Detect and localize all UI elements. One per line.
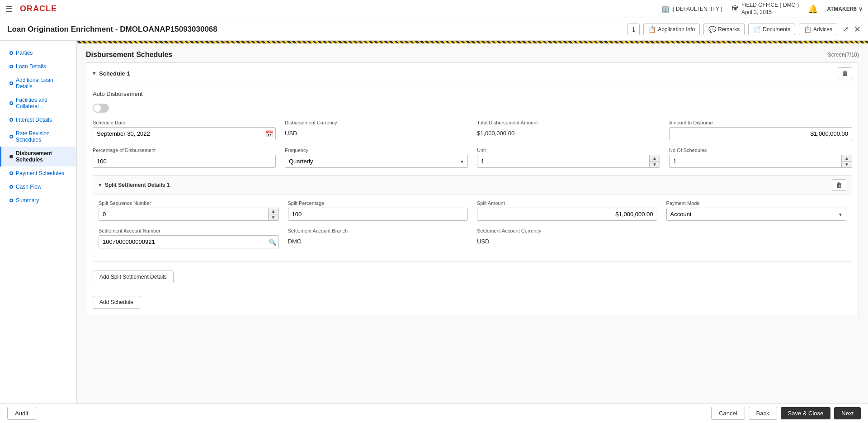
schedule-date-label: Schedule Date bbox=[93, 120, 276, 125]
settlement-account-branch-label: Settlement Account Branch bbox=[288, 228, 468, 233]
no-of-schedules-increment-button[interactable]: ▲ bbox=[842, 155, 852, 161]
unit-input[interactable] bbox=[477, 155, 649, 167]
sidebar-dot bbox=[9, 65, 13, 68]
total-disbursement-amount-label: Total Disbursement Amount bbox=[477, 120, 660, 125]
sidebar-item-interest-details[interactable]: Interest Details bbox=[0, 113, 76, 127]
content-inner: Disbursement Schedules Screen(7/10) ▾ Sc… bbox=[77, 43, 868, 330]
split-row-1: Split Sequence Number ▲ ▼ bbox=[99, 200, 846, 221]
sidebar-dot bbox=[9, 81, 13, 85]
auto-disbursement-toggle-wrap: Auto Disbursement bbox=[93, 90, 852, 97]
split-settlement-label: Split Settlement Details 1 bbox=[105, 182, 170, 188]
schedule-row-1: Schedule Date 📅 Disbursement Currency US… bbox=[93, 120, 852, 140]
frequency-label: Frequency bbox=[285, 147, 468, 153]
schedule-1-delete-button[interactable]: 🗑 bbox=[838, 67, 852, 79]
unit-label: Unit bbox=[477, 147, 660, 153]
no-of-schedules-decrement-button[interactable]: ▼ bbox=[842, 161, 852, 167]
unit-increment-button[interactable]: ▲ bbox=[650, 155, 660, 161]
split-amount-input[interactable] bbox=[477, 208, 657, 221]
search-icon[interactable]: 🔍 bbox=[269, 238, 276, 246]
save-close-button[interactable]: Save & Close bbox=[781, 407, 831, 419]
split-row-2: Settlement Account Number 🔍 Settlement A… bbox=[99, 228, 846, 248]
sidebar-dot bbox=[9, 135, 13, 138]
sidebar-item-facilities-collateral[interactable]: Facilities and Collateral ... bbox=[0, 93, 76, 113]
sidebar: Parties Loan Details Additional Loan Det… bbox=[0, 41, 77, 403]
bell-icon[interactable]: 🔔 bbox=[808, 4, 818, 14]
sidebar-item-parties[interactable]: Parties bbox=[0, 46, 76, 60]
schedule-1-header[interactable]: ▾ Schedule 1 🗑 bbox=[86, 63, 859, 84]
sidebar-item-disbursement-schedules[interactable]: Disbursement Schedules bbox=[0, 147, 76, 166]
payment-mode-select[interactable]: Account CASA GL bbox=[666, 208, 847, 221]
user-menu[interactable]: ATMAKER6 ∨ bbox=[827, 6, 863, 12]
advices-icon: 📋 bbox=[804, 26, 811, 33]
sidebar-dot bbox=[9, 199, 13, 202]
sidebar-item-cash-flow[interactable]: Cash Flow bbox=[0, 180, 76, 194]
sidebar-item-loan-details[interactable]: Loan Details bbox=[0, 60, 76, 73]
split-seq-number-field: Split Sequence Number ▲ ▼ bbox=[99, 200, 279, 221]
info-button[interactable]: ℹ bbox=[627, 24, 640, 35]
documents-button[interactable]: 📄 Documents bbox=[748, 24, 795, 35]
add-split-wrap: Add Split Settlement Details bbox=[93, 267, 852, 283]
split-percentage-input[interactable] bbox=[288, 208, 468, 221]
sidebar-dot bbox=[9, 155, 13, 158]
schedule-1-label: Schedule 1 bbox=[99, 70, 130, 77]
frequency-select-wrap: Daily Weekly Monthly Quarterly Yearly ▼ bbox=[285, 155, 468, 168]
page-header: Loan Origination Enrichment - DMOLOANAP1… bbox=[0, 18, 868, 41]
sidebar-dot bbox=[9, 171, 13, 175]
sidebar-item-label: Loan Details bbox=[16, 63, 46, 70]
audit-button[interactable]: Audit bbox=[7, 407, 36, 420]
split-settlement-header[interactable]: ▾ Split Settlement Details 1 🗑 bbox=[93, 176, 852, 195]
remarks-label: Remarks bbox=[718, 26, 740, 33]
auto-disbursement-toggle[interactable] bbox=[93, 104, 109, 113]
office-name: FIELD OFFICE ( DMO ) bbox=[741, 2, 799, 9]
application-info-button[interactable]: 📋 Application Info bbox=[643, 24, 700, 35]
office-info: 🏛 FIELD OFFICE ( DMO ) April 3, 2015 bbox=[731, 2, 799, 16]
unit-decrement-button[interactable]: ▼ bbox=[650, 161, 660, 167]
next-button[interactable]: Next bbox=[834, 407, 861, 419]
sidebar-item-additional-loan-details[interactable]: Additional Loan Details bbox=[0, 73, 76, 93]
split-settlement-delete-button[interactable]: 🗑 bbox=[832, 179, 846, 191]
sidebar-dot bbox=[9, 101, 13, 105]
office-date: April 3, 2015 bbox=[741, 9, 799, 16]
unit-spinner: ▲ ▼ bbox=[477, 155, 660, 168]
split-seq-input[interactable] bbox=[99, 208, 268, 220]
cancel-button[interactable]: Cancel bbox=[711, 407, 745, 420]
menu-icon[interactable]: ☰ bbox=[5, 4, 13, 14]
sidebar-item-label: Facilities and Collateral ... bbox=[16, 97, 71, 109]
total-disbursement-amount-value: $1,000,000.00 bbox=[477, 127, 660, 137]
sidebar-item-rate-revision-schedules[interactable]: Rate Revision Schedules bbox=[0, 127, 76, 147]
content-title-row: Disbursement Schedules Screen(7/10) bbox=[86, 51, 859, 59]
split-amount-field: Split Amount bbox=[477, 200, 657, 221]
split-seq-increment-button[interactable]: ▲ bbox=[269, 208, 278, 214]
no-of-schedules-input[interactable] bbox=[670, 155, 841, 167]
sidebar-item-summary[interactable]: Summary bbox=[0, 194, 76, 207]
advices-label: Advices bbox=[813, 26, 832, 33]
schedule-date-input[interactable] bbox=[93, 127, 276, 140]
frequency-select[interactable]: Daily Weekly Monthly Quarterly Yearly bbox=[285, 155, 468, 168]
placeholder-field bbox=[666, 228, 847, 248]
unit-field: Unit ▲ ▼ bbox=[477, 147, 660, 168]
settlement-account-currency-label: Settlement Account Currency bbox=[477, 228, 657, 233]
close-icon[interactable]: ✕ bbox=[854, 24, 861, 34]
split-settlement-chevron-icon: ▾ bbox=[99, 182, 101, 188]
frequency-field: Frequency Daily Weekly Monthly Quarterly… bbox=[285, 147, 468, 168]
resize-icon[interactable]: ⤢ bbox=[843, 25, 849, 33]
sidebar-item-label: Additional Loan Details bbox=[16, 77, 71, 90]
calendar-icon[interactable]: 📅 bbox=[265, 130, 273, 138]
unit-spinner-btns: ▲ ▼ bbox=[649, 155, 660, 167]
sidebar-item-payment-schedules[interactable]: Payment Schedules bbox=[0, 166, 76, 180]
split-settlement-section: ▾ Split Settlement Details 1 🗑 Split Seq… bbox=[93, 175, 852, 261]
amount-to-disburse-input[interactable] bbox=[669, 127, 852, 140]
percentage-disbursement-input[interactable] bbox=[93, 155, 276, 168]
entity-info: 🏢 ( DEFAULTENTITY ) bbox=[661, 5, 722, 13]
add-split-settlement-button[interactable]: Add Split Settlement Details bbox=[93, 271, 174, 283]
settlement-account-number-input[interactable] bbox=[99, 235, 279, 248]
amount-to-disburse-field: Amount to Disburse bbox=[669, 120, 852, 140]
split-percentage-label: Split Percentage bbox=[288, 200, 468, 206]
back-button[interactable]: Back bbox=[749, 407, 777, 420]
payment-mode-label: Payment Mode bbox=[666, 200, 847, 206]
add-schedule-button[interactable]: Add Schedule bbox=[93, 296, 140, 309]
split-seq-decrement-button[interactable]: ▼ bbox=[269, 214, 278, 220]
advices-button[interactable]: 📋 Advices bbox=[799, 24, 837, 35]
split-percentage-field: Split Percentage bbox=[288, 200, 468, 221]
remarks-button[interactable]: 💬 Remarks bbox=[703, 24, 745, 35]
